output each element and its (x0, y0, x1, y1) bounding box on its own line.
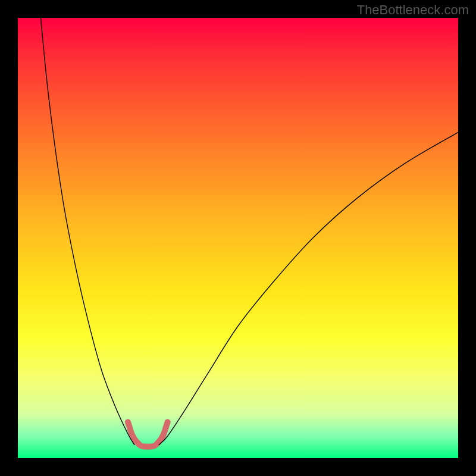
attribution-text: TheBottleneck.com (357, 2, 469, 18)
left-branch-path (40, 18, 134, 445)
chart-svg (18, 18, 458, 458)
chart-container: TheBottleneck.com (0, 0, 476, 476)
plot-area (18, 18, 458, 458)
right-branch-path (159, 132, 458, 444)
